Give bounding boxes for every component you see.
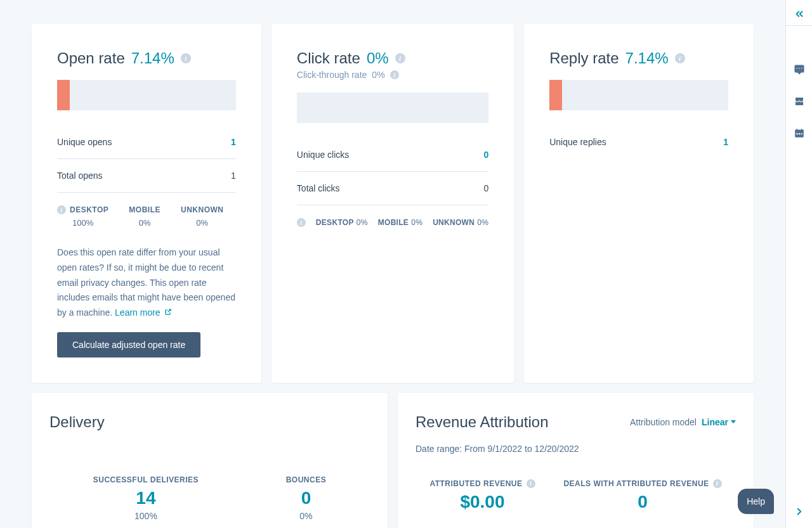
info-icon[interactable]: i: [57, 205, 66, 214]
click-mobile-pct: 0%: [411, 218, 422, 227]
click-through-label: Click-through rate: [297, 70, 367, 80]
chevron-right-icon[interactable]: [793, 505, 806, 518]
date-range-label: Date range:: [416, 444, 462, 454]
unique-clicks-value[interactable]: 0: [483, 150, 488, 160]
dashboard-main: Open rate 7.14% i Unique opens 1 Total o…: [0, 0, 785, 528]
attributed-revenue-label: ATTRIBUTED REVENUE: [429, 479, 522, 488]
attributed-revenue-value: $0.00: [429, 492, 535, 512]
open-rate-value: 7.14%: [131, 49, 174, 67]
reply-rate-title: Reply rate: [549, 49, 619, 67]
reply-rate-card: Reply rate 7.14% i Unique replies 1: [524, 24, 754, 383]
open-rate-progress-fill: [57, 80, 70, 110]
info-icon[interactable]: i: [297, 218, 306, 227]
info-icon[interactable]: i: [181, 53, 191, 63]
click-unknown-label: UNKNOWN: [433, 218, 475, 227]
learn-more-link[interactable]: Learn more: [115, 307, 171, 318]
svg-rect-6: [801, 133, 802, 134]
click-desktop-label: DESKTOP: [316, 218, 354, 227]
unique-replies-value[interactable]: 1: [723, 137, 728, 147]
bounces-label: BOUNCES: [286, 475, 327, 484]
successful-deliveries-value[interactable]: 14: [93, 488, 199, 508]
click-rate-title: Click rate: [297, 49, 360, 67]
calculate-adjusted-open-rate-button[interactable]: Calculate adjusted open rate: [57, 332, 200, 357]
click-rate-card: Click rate 0% i Click-through rate 0% i …: [272, 24, 514, 383]
total-opens-value: 1: [231, 171, 236, 181]
help-button[interactable]: Help: [738, 489, 774, 514]
open-rate-card: Open rate 7.14% i Unique opens 1 Total o…: [32, 24, 261, 383]
revenue-attribution-card: Revenue Attribution Attribution model Li…: [398, 393, 754, 528]
svg-rect-1: [795, 130, 804, 132]
info-icon[interactable]: i: [527, 479, 535, 488]
open-desktop-label: DESKTOP: [70, 205, 108, 214]
bounces-value[interactable]: 0: [286, 488, 327, 508]
open-desktop-pct: 100%: [57, 218, 108, 228]
open-unknown-label: UNKNOWN: [181, 205, 224, 214]
open-unknown-pct: 0%: [181, 218, 224, 228]
successful-deliveries-pct: 100%: [93, 511, 199, 521]
delivery-card: Delivery SUCCESSFUL DELIVERIES 14 100% B…: [32, 393, 388, 528]
reply-rate-progress-fill: [549, 80, 562, 110]
deals-attributed-revenue-value: 0: [563, 492, 721, 512]
date-range-value: From 9/1/2022 to 12/20/2022: [464, 444, 579, 454]
click-desktop-pct: 0%: [357, 218, 368, 227]
info-icon[interactable]: i: [713, 479, 722, 488]
info-icon[interactable]: i: [675, 53, 685, 63]
collapse-sidebar-icon[interactable]: [793, 8, 806, 20]
unique-opens-value[interactable]: 1: [231, 137, 236, 147]
reply-rate-progress: [549, 80, 728, 110]
right-sidebar: [785, 0, 812, 528]
total-opens-label: Total opens: [57, 171, 103, 181]
total-clicks-value: 0: [483, 183, 488, 193]
click-unknown-pct: 0%: [477, 218, 488, 227]
delivery-title: Delivery: [49, 413, 370, 431]
chevron-down-icon: [731, 420, 736, 423]
total-clicks-label: Total clicks: [297, 183, 340, 193]
unique-replies-label: Unique replies: [549, 137, 606, 147]
open-rate-progress: [57, 80, 236, 110]
revenue-title: Revenue Attribution: [416, 413, 548, 431]
reply-rate-value: 7.14%: [625, 49, 669, 67]
successful-deliveries-label: SUCCESSFUL DELIVERIES: [93, 475, 199, 484]
info-icon[interactable]: i: [395, 53, 405, 63]
open-mobile-label: MOBILE: [129, 205, 160, 214]
unique-opens-label: Unique opens: [57, 137, 112, 147]
marketplace-icon[interactable]: [793, 95, 806, 108]
unique-clicks-label: Unique clicks: [297, 150, 349, 160]
bounces-pct: 0%: [286, 511, 327, 521]
open-rate-title: Open rate: [57, 49, 125, 67]
open-rate-note: Does this open rate differ from your usu…: [57, 245, 236, 321]
info-icon[interactable]: i: [390, 70, 399, 79]
click-through-value: 0%: [372, 70, 384, 80]
svg-rect-4: [796, 133, 797, 134]
svg-rect-5: [799, 133, 800, 134]
external-link-icon: [164, 306, 172, 313]
top-cards-row: Open rate 7.14% i Unique opens 1 Total o…: [32, 24, 754, 383]
bottom-cards-row: Delivery SUCCESSFUL DELIVERIES 14 100% B…: [32, 393, 754, 528]
click-rate-value: 0%: [367, 49, 389, 67]
click-mobile-label: MOBILE: [378, 218, 409, 227]
attribution-model-select[interactable]: Linear: [702, 417, 736, 427]
attribution-model-label: Attribution model: [630, 417, 697, 427]
calendar-icon[interactable]: [793, 127, 806, 139]
chat-icon[interactable]: [793, 63, 806, 76]
open-mobile-pct: 0%: [129, 218, 160, 228]
click-rate-progress: [297, 93, 488, 123]
deals-attributed-revenue-label: DEALS WITH ATTRIBUTED REVENUE: [563, 479, 709, 488]
